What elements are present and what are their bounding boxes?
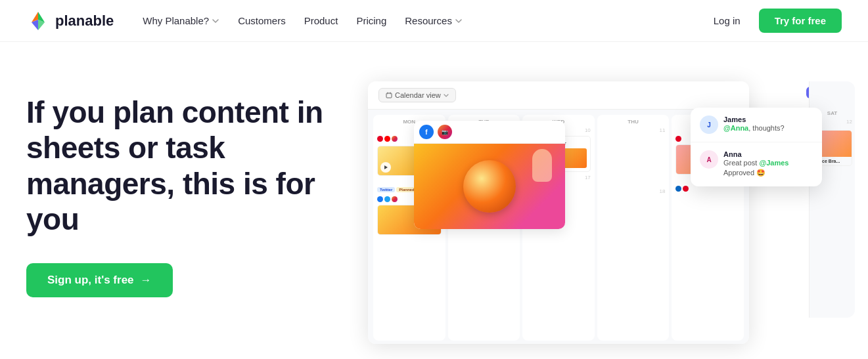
hero-left: If you plan content in sheets or task ma…: [26, 81, 342, 297]
svg-rect-4: [386, 93, 392, 98]
big-post-card[interactable]: f 📷: [414, 121, 565, 229]
nav-product[interactable]: Product: [296, 10, 346, 32]
calendar-view-button[interactable]: Calendar view: [378, 88, 456, 102]
li-icon-sat: [675, 186, 681, 192]
hero-heading: If you plan content in sheets or task ma…: [26, 95, 342, 237]
nav-resources[interactable]: Resources: [397, 10, 470, 32]
comment-anna: A Anna Great post @James Approved 🤩: [691, 142, 822, 186]
calendar-icon: [386, 92, 392, 98]
social-icons-sat-2: [675, 186, 740, 192]
nav-pricing[interactable]: Pricing: [348, 10, 394, 32]
tw-icon: [384, 196, 390, 202]
fb-circle-icon: f: [419, 125, 434, 139]
comment-anna-body: Anna Great post @James Approved 🤩: [723, 150, 788, 179]
fb-icon: [377, 196, 383, 202]
comment-james-body: James @Anna, thoughts?: [723, 116, 785, 134]
nav-links: Why Planable? Customers Product Pricing …: [135, 10, 706, 32]
avatar-james: J: [700, 116, 718, 134]
hero-visual: Calendar view MON 8: [368, 81, 842, 359]
pi-icon-sat-2: [683, 186, 689, 192]
comment-james: J James @Anna, thoughts?: [691, 108, 822, 142]
big-post-image: [414, 144, 565, 229]
comment-james-text: @Anna, thoughts?: [723, 123, 785, 133]
hand-decoration: [532, 149, 552, 182]
chevron-down-icon: [212, 17, 219, 25]
tag-twitter: Twitter: [377, 187, 395, 192]
play-triangle-icon: [384, 165, 388, 169]
nav-why[interactable]: Why Planable?: [135, 10, 227, 32]
hero-section: If you plan content in sheets or task ma…: [0, 42, 868, 359]
comment-popup: J James @Anna, thoughts? A Anna Great po…: [691, 108, 822, 186]
ig-icon-2: [392, 196, 398, 202]
play-button[interactable]: [380, 162, 391, 173]
ig-circle-icon: 📷: [438, 125, 452, 139]
pi-icon-sat: [675, 136, 681, 142]
orange-decoration: [463, 160, 516, 213]
try-free-button[interactable]: Try for free: [759, 9, 842, 33]
chevron-down-icon-resources: [455, 17, 463, 25]
day-label-thu: THU: [601, 119, 666, 125]
day-num-11: 11: [601, 127, 666, 133]
cal-col-thu: THU 11 18: [597, 115, 670, 341]
navbar: planable Why Planable? Customers Product…: [0, 0, 868, 42]
chevron-small-icon: [444, 93, 449, 98]
brand-name: planable: [55, 12, 114, 30]
youtube-icon: [384, 136, 390, 142]
instagram-icon: [392, 136, 398, 142]
comment-anna-text: Great post @James Approved 🤩: [723, 158, 788, 179]
login-button[interactable]: Log in: [706, 10, 748, 32]
logo-link[interactable]: planable: [26, 9, 114, 33]
day-num-18: 18: [601, 188, 666, 194]
pinterest-icon: [377, 136, 383, 142]
avatar-anna: A: [700, 150, 718, 169]
logo-icon: [26, 9, 50, 33]
big-card-social-bar: f 📷: [414, 121, 565, 144]
hero-signup-button[interactable]: Sign up, it's free →: [26, 263, 173, 297]
nav-customers[interactable]: Customers: [230, 10, 294, 32]
calendar-header: Calendar view: [368, 81, 749, 110]
nav-right: Log in Try for free: [706, 9, 842, 33]
